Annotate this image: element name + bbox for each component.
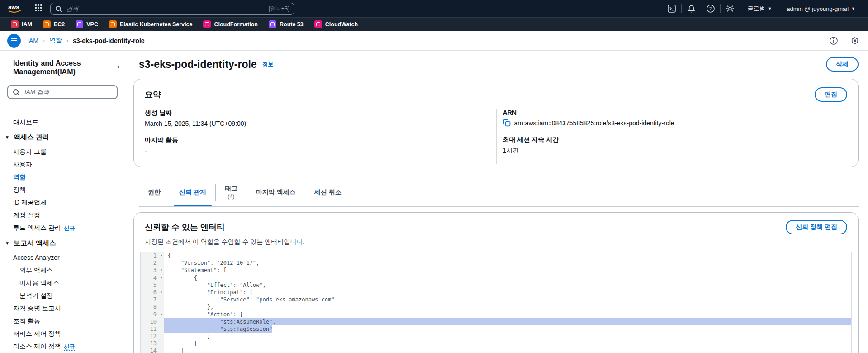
fold-caret-icon[interactable]: ▾: [160, 252, 162, 259]
sidebar-menu-button[interactable]: [7, 34, 21, 48]
info-icon[interactable]: [828, 35, 840, 47]
sidebar-item-정책[interactable]: 정책: [0, 183, 128, 196]
sidebar-section-액세스 관리[interactable]: ▼액세스 관리: [0, 129, 128, 145]
favorite-service-label: Route 53: [280, 21, 304, 28]
notifications-bell-icon[interactable]: [683, 3, 699, 14]
fold-caret-icon[interactable]: ▾: [160, 311, 162, 318]
fold-caret-icon[interactable]: ▾: [160, 267, 162, 274]
code-line[interactable]: 5 "Effect": "Allow",: [141, 281, 851, 289]
code-line[interactable]: 7 "Service": "pods.eks.amazonaws.com": [141, 296, 851, 303]
recently-visited-clock-icon[interactable]: [849, 35, 861, 47]
code-line[interactable]: 6▾ "Principal": {: [141, 289, 851, 296]
sidebar-item-역할[interactable]: 역할: [0, 171, 128, 183]
sidebar-item-조직 활동[interactable]: 조직 활동: [0, 315, 128, 327]
field-value: March 15, 2025, 11:34 (UTC+09:00): [145, 120, 496, 127]
code-line[interactable]: 14 ]: [141, 347, 851, 353]
sidebar-item-서비스 제어 정책[interactable]: 서비스 제어 정책: [0, 327, 128, 340]
vpc-service-icon: [76, 20, 83, 28]
breadcrumb-iam-link[interactable]: IAM: [27, 37, 38, 44]
summary-field: 마지막 활동-: [145, 136, 496, 154]
code-line[interactable]: 2 "Version": "2012-10-17",: [141, 259, 851, 267]
tab-세션 취소[interactable]: 세션 취소: [305, 178, 351, 206]
edit-trust-policy-button[interactable]: 신뢰 정책 편집: [786, 220, 847, 234]
sidebar-item-외부 액세스[interactable]: 외부 액세스: [0, 264, 128, 277]
topbar-divider: [740, 4, 740, 13]
sidebar-item-자격 증명 보고서[interactable]: 자격 증명 보고서: [0, 302, 128, 315]
ec2-service-icon: [43, 20, 51, 28]
tab-마지막 액세스[interactable]: 마지막 액세스: [247, 178, 305, 206]
settings-gear-icon[interactable]: [722, 3, 738, 14]
favorite-service-elastic-kubernetes-service[interactable]: Elastic Kubernetes Service: [104, 18, 197, 31]
code-line[interactable]: 10 "sts:AssumeRole",: [141, 318, 851, 325]
code-line[interactable]: 1▾{: [141, 252, 851, 259]
eks-service-icon: [109, 20, 117, 28]
code-line[interactable]: 4▾ {: [141, 274, 851, 281]
delete-button[interactable]: 삭제: [826, 57, 859, 72]
code-line[interactable]: 8 },: [141, 303, 851, 310]
iam-sidebar: Identity and Access Management(IAM) ‹ 대시…: [0, 51, 128, 353]
favorite-service-vpc[interactable]: VPC: [71, 18, 103, 31]
tab-권한[interactable]: 권한: [139, 178, 170, 206]
sidebar-item-계정 설정[interactable]: 계정 설정: [0, 209, 128, 221]
line-number: 5: [141, 281, 164, 289]
code-text: "sts:TagSession": [164, 325, 851, 333]
code-line[interactable]: 11 "sts:TagSession": [141, 325, 851, 333]
code-line[interactable]: 3▾ "Statement": [: [141, 267, 851, 274]
code-text: {: [164, 252, 851, 259]
region-selector[interactable]: 글로벌 ▼: [742, 5, 777, 13]
favorite-service-ec2[interactable]: EC2: [38, 18, 69, 31]
new-badge[interactable]: 신규: [64, 343, 75, 351]
services-grid-icon[interactable]: [35, 4, 44, 13]
code-line[interactable]: 13 }: [141, 340, 851, 347]
tab-신뢰 관계[interactable]: 신뢰 관계: [170, 178, 215, 206]
sidebar-item-루트 액세스 관리[interactable]: 루트 액세스 관리신규: [0, 221, 128, 234]
new-badge[interactable]: 신규: [64, 225, 75, 232]
favorite-service-iam[interactable]: IAM: [6, 18, 37, 31]
breadcrumb-roles-link[interactable]: 역할: [49, 37, 62, 45]
sidebar-collapse-icon[interactable]: ‹: [117, 62, 119, 71]
sidebar-item-미사용 액세스[interactable]: 미사용 액세스: [0, 277, 128, 289]
summary-field: 생성 날짜March 15, 2025, 11:34 (UTC+09:00): [145, 109, 496, 127]
favorite-service-cloudwatch[interactable]: CloudWatch: [310, 18, 362, 31]
service-icon-glyph: [205, 22, 209, 26]
info-link[interactable]: 정보: [262, 61, 273, 67]
sidebar-item-분석기 설정[interactable]: 분석기 설정: [0, 289, 128, 302]
tab-label: 마지막 액세스: [256, 188, 296, 196]
trust-policy-code-editor[interactable]: 1▾{2 "Version": "2012-10-17",3▾ "Stateme…: [140, 252, 852, 353]
fold-caret-icon[interactable]: ▾: [160, 289, 162, 296]
fold-caret-icon[interactable]: ▾: [160, 274, 162, 281]
sidebar-item-대시보드[interactable]: 대시보드: [0, 116, 128, 129]
account-menu[interactable]: admin @ juyoung-gmail ▼: [781, 5, 861, 12]
sidebar-item-리소스 제어 정책[interactable]: 리소스 제어 정책신규: [0, 340, 128, 353]
favorite-service-route-53[interactable]: Route 53: [264, 18, 308, 31]
aws-logo[interactable]: aws: [7, 3, 24, 14]
field-label: 마지막 활동: [145, 136, 496, 144]
favorite-service-label: CloudFormation: [214, 21, 258, 28]
sidebar-item-ID 제공업체[interactable]: ID 제공업체: [0, 196, 128, 209]
sidebar-section-보고서 액세스[interactable]: ▼보고서 액세스: [0, 234, 128, 251]
sidebar-item-label: 미사용 액세스: [19, 279, 59, 286]
code-line[interactable]: 9▾ "Action": [: [141, 311, 851, 318]
code-line[interactable]: 12 ]: [141, 333, 851, 340]
code-text: },: [164, 303, 851, 310]
sidebar-item-사용자 그룹[interactable]: 사용자 그룹: [0, 145, 128, 158]
tab-태그[interactable]: 태그(4): [216, 178, 247, 206]
field-label: 생성 날짜: [145, 109, 496, 117]
copy-icon[interactable]: [503, 119, 511, 127]
sidebar-item-사용자[interactable]: 사용자: [0, 158, 128, 171]
edit-button[interactable]: 편집: [815, 87, 847, 102]
tab-label: 권한: [148, 188, 161, 196]
cloudshell-icon[interactable]: [664, 3, 679, 14]
field-label: ARN: [503, 109, 848, 116]
global-search-input[interactable]: [66, 5, 265, 13]
favorite-service-cloudformation[interactable]: CloudFormation: [199, 18, 262, 31]
global-search-box[interactable]: [알트+S]: [50, 3, 294, 15]
region-label: 글로벌: [747, 5, 765, 13]
code-text: {: [164, 274, 851, 281]
sidebar-search-box[interactable]: [7, 85, 118, 99]
help-icon[interactable]: ?: [703, 3, 718, 14]
sidebar-item-Access Analyzer[interactable]: Access Analyzer: [0, 251, 128, 264]
code-text: "Effect": "Allow",: [164, 281, 851, 289]
sidebar-search-input[interactable]: [24, 88, 112, 96]
chevron-down-icon: ▼: [768, 6, 772, 11]
